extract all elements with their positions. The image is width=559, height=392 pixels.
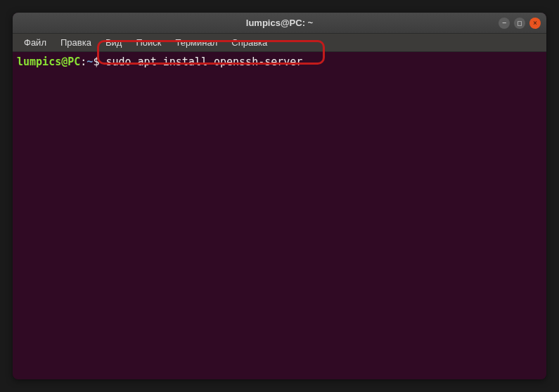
prompt-line: lumpics@PC:~$ sudo apt install openssh-s… — [17, 55, 542, 69]
window-title: lumpics@PC: ~ — [246, 18, 313, 28]
window-controls: − □ × — [499, 18, 541, 29]
menubar: Файл Правка Вид Поиск Терминал Справка — [13, 34, 546, 52]
menu-help[interactable]: Справка — [226, 36, 273, 49]
prompt-colon: : — [80, 55, 86, 68]
titlebar[interactable]: lumpics@PC: ~ − □ × — [13, 13, 546, 34]
maximize-button[interactable]: □ — [514, 18, 525, 29]
menu-file[interactable]: Файл — [18, 36, 52, 49]
minimize-button[interactable]: − — [499, 18, 510, 29]
close-button[interactable]: × — [529, 18, 541, 29]
prompt-user-host: lumpics@PC — [17, 55, 80, 68]
terminal-body[interactable]: lumpics@PC:~$ sudo apt install openssh-s… — [13, 52, 546, 379]
menu-terminal[interactable]: Терминал — [169, 36, 223, 49]
command-text: sudo apt install openssh-server — [105, 55, 302, 68]
menu-search[interactable]: Поиск — [130, 36, 167, 49]
menu-view[interactable]: Вид — [100, 36, 128, 49]
prompt-dollar: $ — [93, 55, 99, 68]
menu-edit[interactable]: Правка — [55, 36, 97, 49]
terminal-window: lumpics@PC: ~ − □ × Файл Правка Вид Поис… — [13, 13, 546, 379]
